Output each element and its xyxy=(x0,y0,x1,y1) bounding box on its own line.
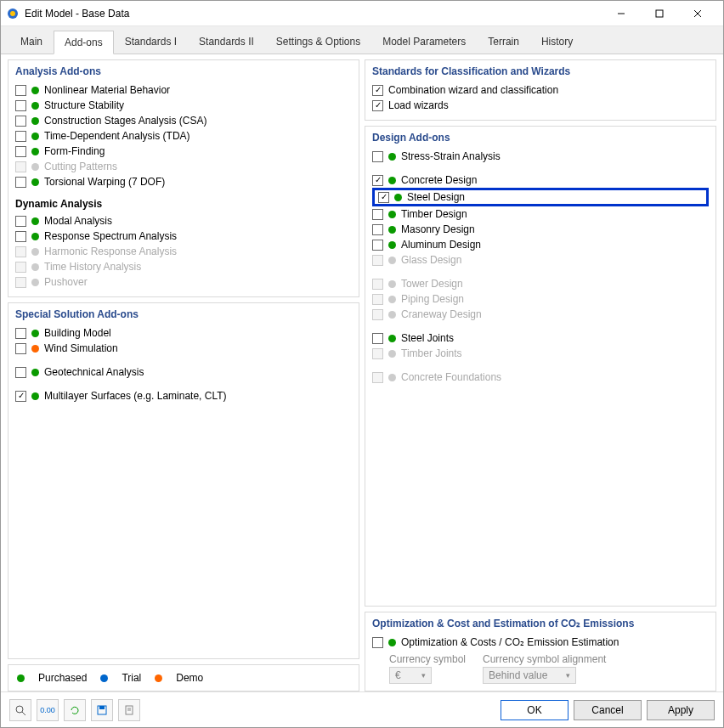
addon-label: Construction Stages Analysis (CSA) xyxy=(44,115,206,127)
currency-symbol-dropdown[interactable]: € ▾ xyxy=(389,667,432,684)
close-button[interactable] xyxy=(678,1,716,25)
checkbox[interactable] xyxy=(15,216,26,227)
status-dot xyxy=(394,194,402,201)
tab-main[interactable]: Main xyxy=(9,30,54,54)
checkbox[interactable] xyxy=(15,85,26,96)
status-dot xyxy=(388,374,396,381)
tool-save-button[interactable] xyxy=(91,699,113,721)
addon-label: Cutting Patterns xyxy=(44,161,117,172)
addon-label: Concrete Foundations xyxy=(401,371,501,383)
status-dot xyxy=(388,153,396,161)
status-dot xyxy=(31,263,39,271)
addon-row: Timber Design xyxy=(372,206,709,222)
checkbox[interactable] xyxy=(15,343,26,354)
checkbox[interactable] xyxy=(15,146,26,157)
maximize-icon xyxy=(655,9,664,18)
cancel-button[interactable]: Cancel xyxy=(574,700,642,720)
status-dot xyxy=(31,279,39,286)
addon-row: Time History Analysis xyxy=(15,259,352,274)
checkbox xyxy=(372,348,383,359)
checkbox[interactable] xyxy=(15,367,26,378)
status-dot xyxy=(31,87,39,94)
addon-label: Multilayer Surfaces (e.g. Laminate, CLT) xyxy=(44,390,227,402)
checkbox[interactable] xyxy=(15,391,26,402)
addon-label: Response Spectrum Analysis xyxy=(44,230,177,242)
tab-standards-ii[interactable]: Standards II xyxy=(188,30,265,54)
addon-label: Timber Design xyxy=(401,208,467,220)
checkbox[interactable] xyxy=(378,192,389,203)
tab-model-parameters[interactable]: Model Parameters xyxy=(371,30,477,54)
minimize-icon xyxy=(617,9,625,18)
addon-label: Geotechnical Analysis xyxy=(44,366,144,378)
right-column: Standards for Classification and Wizards… xyxy=(365,59,716,691)
ok-button[interactable]: OK xyxy=(501,700,568,720)
status-dot xyxy=(388,226,396,234)
checkbox[interactable] xyxy=(372,209,383,220)
status-dot xyxy=(388,211,396,218)
addon-label: Craneway Design xyxy=(401,308,482,320)
apply-button[interactable]: Apply xyxy=(647,700,715,720)
legend-dot-demo xyxy=(155,674,162,682)
addon-row: Craneway Design xyxy=(372,307,709,322)
addon-label: Torsional Warping (7 DOF) xyxy=(44,176,165,188)
status-dot xyxy=(31,102,39,110)
edit-model-dialog: Edit Model - Base Data MainAdd-onsStanda… xyxy=(0,0,724,728)
legend-demo: Demo xyxy=(176,672,203,684)
status-dot xyxy=(388,639,396,646)
status-dot xyxy=(31,392,39,400)
minimize-button[interactable] xyxy=(602,1,640,25)
checkbox[interactable] xyxy=(372,151,383,162)
checkbox[interactable] xyxy=(15,231,26,242)
addon-label: Modal Analysis xyxy=(44,215,112,227)
tab-history[interactable]: History xyxy=(530,30,584,54)
save-icon xyxy=(96,704,108,716)
checkbox[interactable] xyxy=(372,175,383,186)
checkbox[interactable] xyxy=(372,85,383,96)
tool-units-button[interactable]: 0.00 xyxy=(37,699,59,721)
addon-row: Harmonic Response Analysis xyxy=(15,244,352,259)
tool-help-button[interactable] xyxy=(9,699,31,721)
tab-terrain[interactable]: Terrain xyxy=(477,30,530,54)
checkbox[interactable] xyxy=(15,116,26,127)
checkbox xyxy=(372,255,383,266)
checkbox[interactable] xyxy=(372,637,383,648)
chevron-down-icon: ▾ xyxy=(421,671,426,680)
svg-rect-9 xyxy=(99,706,105,709)
optimization-panel: Optimization & Cost and Estimation of CO… xyxy=(365,612,716,691)
addon-label: Optimization & Costs / CO₂ Emission Esti… xyxy=(401,636,619,648)
design-addons-title: Design Add-ons xyxy=(372,132,709,144)
addon-label: Harmonic Response Analysis xyxy=(44,245,177,257)
checkbox[interactable] xyxy=(15,177,26,188)
currency-align-dropdown[interactable]: Behind value ▾ xyxy=(483,667,576,684)
checkbox[interactable] xyxy=(372,100,383,111)
addon-row: Steel Joints xyxy=(372,330,709,346)
status-dot xyxy=(31,148,39,155)
tab-standards-i[interactable]: Standards I xyxy=(114,30,188,54)
tool-report-button[interactable] xyxy=(118,699,140,721)
checkbox[interactable] xyxy=(15,131,26,142)
addon-label: Building Model xyxy=(44,327,111,339)
addon-row: Building Model xyxy=(15,325,352,341)
status-dot xyxy=(388,335,396,342)
window-title: Edit Model - Base Data xyxy=(25,8,602,20)
checkbox[interactable] xyxy=(372,333,383,344)
legend-trial: Trial xyxy=(122,672,141,684)
checkbox[interactable] xyxy=(372,224,383,235)
tab-settings-options[interactable]: Settings & Options xyxy=(265,30,371,54)
addon-row: Piping Design xyxy=(372,291,709,307)
status-dot xyxy=(31,163,39,171)
tool-refresh-button[interactable] xyxy=(64,699,86,721)
maximize-button[interactable] xyxy=(640,1,678,25)
status-dot xyxy=(31,248,39,256)
optimization-title: Optimization & Cost and Estimation of CO… xyxy=(372,618,709,629)
status-dot xyxy=(31,233,39,240)
checkbox xyxy=(15,262,26,273)
checkbox[interactable] xyxy=(15,328,26,339)
svg-point-1 xyxy=(10,11,15,16)
tab-add-ons[interactable]: Add-ons xyxy=(54,31,114,54)
checkbox[interactable] xyxy=(372,240,383,251)
status-dot xyxy=(31,330,39,337)
dynamic-analysis-title: Dynamic Analysis xyxy=(15,198,352,210)
checkbox[interactable] xyxy=(15,100,26,111)
titlebar: Edit Model - Base Data xyxy=(1,1,723,26)
